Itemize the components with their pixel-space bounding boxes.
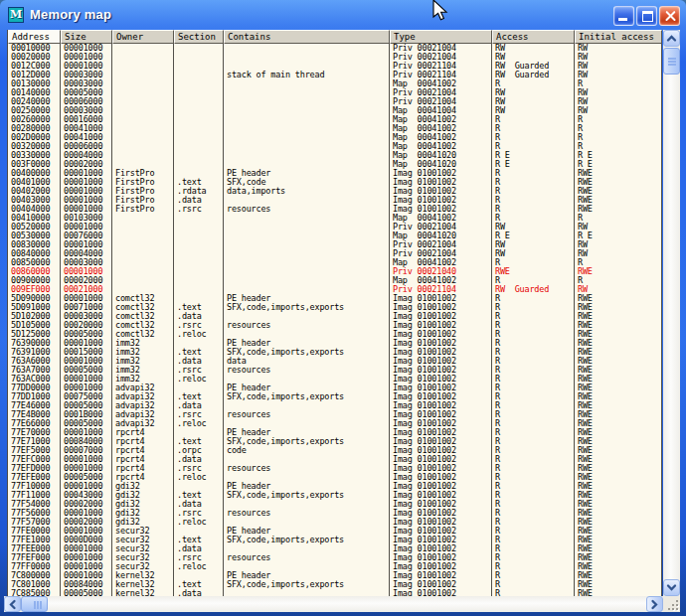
memory-row-5D090000[interactable]: 5D09000000001000comctl32PE headerImag 01… (8, 294, 662, 303)
memory-row-00530000[interactable]: 0053000000076000Map 00041020R ER E (8, 231, 662, 240)
memory-row-763A7000[interactable]: 763A700000005000imm32.rsrcresourcesImag … (8, 366, 662, 375)
cell-access: R (492, 375, 575, 384)
cell-size: 00001000 (61, 571, 112, 580)
h-scroll-left-button[interactable] (4, 596, 21, 612)
horizontal-scrollbar[interactable] (4, 596, 663, 612)
memory-row-00280000[interactable]: 0028000000041000Map 00041002RR (8, 124, 662, 133)
v-scroll-up-button[interactable] (663, 30, 680, 47)
memory-row-003F0000[interactable]: 003F000000002000Map 00041020R ER E (8, 160, 662, 169)
memory-row-00830000[interactable]: 0083000000001000Priv 00021004RWRW (8, 240, 662, 249)
memory-row-7C885000[interactable]: 7C88500000005000kernel32.dataImag 010010… (8, 589, 662, 596)
memory-row-77DD1000[interactable]: 77DD100000075000advapi32.textSFX,code,im… (8, 392, 662, 401)
memory-row-77FE0000[interactable]: 77FE000000001000secur32PE headerImag 010… (8, 527, 662, 536)
cell-contains (224, 151, 390, 160)
titlebar[interactable]: M Memory map (0, 0, 686, 30)
memory-row-77E71000[interactable]: 77E7100000084000rpcrt4.textSFX,code,impo… (8, 437, 662, 446)
memory-row-00260000[interactable]: 0026000000016000Map 00041002RR (8, 115, 662, 124)
cell-initial-access: R (575, 142, 662, 151)
memory-row-5D102000[interactable]: 5D10200000003000comctl32.dataImag 010010… (8, 312, 662, 321)
cell-section (174, 249, 224, 258)
memory-row-763AC000[interactable]: 763AC00000001000imm32.relocImag 01001002… (8, 375, 662, 384)
memory-row-76390000[interactable]: 7639000000001000imm32PE headerImag 01001… (8, 339, 662, 348)
memory-row-763A6000[interactable]: 763A600000001000imm32.datadataImag 01001… (8, 357, 662, 366)
column-header-section[interactable]: Section (174, 30, 224, 44)
cell-size: 00002000 (61, 518, 112, 527)
memory-row-00410000[interactable]: 0041000000103000Map 00041002RR (8, 214, 662, 223)
memory-row-00900000[interactable]: 0090000000002000Map 00041002RR (8, 276, 662, 285)
memory-row-00020000[interactable]: 0002000000001000Priv 00021004RWRW (8, 53, 662, 62)
memory-row-00130000[interactable]: 0013000000003000Map 00041002RR (8, 79, 662, 88)
memory-row-77F10000[interactable]: 77F1000000001000gdi32PE headerImag 01001… (8, 482, 662, 491)
h-scroll-thumb[interactable] (21, 596, 48, 612)
cell-access: R (492, 410, 575, 419)
memory-row-00140000[interactable]: 0014000000005000Priv 00021004RWRW (8, 88, 662, 97)
v-scroll-down-button[interactable] (663, 579, 680, 596)
memory-row-77E66000[interactable]: 77E6600000005000advapi32.relocImag 01001… (8, 419, 662, 428)
cell-access: R (492, 214, 575, 223)
cell-contains: PE header (224, 384, 390, 392)
cell-size: 00001000 (61, 196, 112, 205)
memory-row-00320000[interactable]: 0032000000006000Map 00041002RR (8, 142, 662, 151)
column-header-initial-access[interactable]: Initial access (575, 30, 662, 44)
memory-row-5D091000[interactable]: 5D09100000071000comctl32.textSFX,code,im… (8, 303, 662, 312)
memory-row-009EF000[interactable]: 009EF00000021000Priv 00021104RW GuardedR… (8, 285, 662, 294)
cell-contains: PE header (224, 428, 390, 437)
memory-row-00404000[interactable]: 0040400000001000FirstPro.rsrcresourcesIm… (8, 205, 662, 214)
memory-row-7C801000[interactable]: 7C80100000084000kernel32.textSFX,code,im… (8, 580, 662, 589)
memory-row-00520000[interactable]: 0052000000001000Priv 00021004RWRW (8, 223, 662, 231)
memory-row-0012C000[interactable]: 0012C00000001000Priv 00021104RW GuardedR… (8, 62, 662, 71)
cell-access: R (492, 536, 575, 544)
memory-row-5D105000[interactable]: 5D10500000020000comctl32.rsrcresourcesIm… (8, 321, 662, 330)
memory-row-00400000[interactable]: 0040000000001000FirstProPE headerImag 01… (8, 169, 662, 178)
memory-row-00250000[interactable]: 0025000000003000Map 00041004RWRW (8, 106, 662, 115)
memory-row-7C800000[interactable]: 7C80000000001000kernel32PE headerImag 01… (8, 571, 662, 580)
column-header-access[interactable]: Access (492, 30, 575, 44)
memory-row-00840000[interactable]: 0084000000004000Priv 00021004RWRW (8, 249, 662, 258)
memory-row-77E4B000[interactable]: 77E4B0000001B000advapi32.rsrcresourcesIm… (8, 410, 662, 419)
cell-address: 77E46000 (8, 401, 61, 410)
memory-row-77E46000[interactable]: 77E4600000005000advapi32.dataImag 010010… (8, 401, 662, 410)
memory-row-00860000[interactable]: 0086000000001000Priv 00021040RWERWE (8, 267, 662, 276)
column-header-owner[interactable]: Owner (112, 30, 174, 44)
memory-row-77FE1000[interactable]: 77FE10000000D000secur32.textSFX,code,imp… (8, 536, 662, 544)
memory-row-77F54000[interactable]: 77F5400000002000gdi32.dataImag 01001002R… (8, 500, 662, 509)
memory-row-77FF0000[interactable]: 77FF000000001000secur32.relocImag 010010… (8, 562, 662, 571)
maximize-button[interactable] (636, 6, 657, 26)
memory-row-00403000[interactable]: 0040300000001000FirstPro.dataImag 010010… (8, 196, 662, 205)
cell-size: 00003000 (61, 106, 112, 115)
memory-row-77E70000[interactable]: 77E7000000001000rpcrt4PE headerImag 0100… (8, 428, 662, 437)
memory-row-77EFD000[interactable]: 77EFD00000001000rpcrt4.rsrcresourcesImag… (8, 464, 662, 473)
memory-row-77F57000[interactable]: 77F5700000002000gdi32.relocImag 01001002… (8, 518, 662, 527)
memory-row-77EF5000[interactable]: 77EF500000007000rpcrt4.orpccodeImag 0100… (8, 446, 662, 455)
vertical-scrollbar[interactable] (663, 30, 680, 596)
memory-row-00401000[interactable]: 0040100000001000FirstPro.textSFX,codeIma… (8, 178, 662, 187)
column-header-contains[interactable]: Contains (224, 30, 390, 44)
cell-access: R (492, 500, 575, 509)
v-scroll-thumb[interactable] (663, 48, 680, 75)
column-header-size[interactable]: Size (61, 30, 112, 44)
memory-row-76391000[interactable]: 7639100000015000imm32.textSFX,code,impor… (8, 348, 662, 357)
h-scroll-right-button[interactable] (646, 596, 663, 612)
resize-grip-icon[interactable] (676, 608, 678, 610)
memory-row-77DD0000[interactable]: 77DD000000001000advapi32PE headerImag 01… (8, 384, 662, 392)
close-button[interactable] (659, 6, 680, 26)
memory-row-0012D000[interactable]: 0012D00000003000stack of main threadPriv… (8, 71, 662, 79)
memory-row-77EFC000[interactable]: 77EFC00000001000rpcrt4.dataImag 01001002… (8, 455, 662, 464)
minimize-button[interactable] (613, 6, 634, 26)
memory-row-77F56000[interactable]: 77F5600000001000gdi32.rsrcresourcesImag … (8, 509, 662, 518)
memory-row-77F11000[interactable]: 77F1100000043000gdi32.textSFX,code,impor… (8, 491, 662, 500)
memory-row-00010000[interactable]: 0001000000001000Priv 00021004RWRW (8, 44, 662, 53)
memory-row-77FEE000[interactable]: 77FEE00000001000secur32.dataImag 0100100… (8, 544, 662, 553)
memory-row-00402000[interactable]: 0040200000001000FirstPro.rdatadata,impor… (8, 187, 662, 196)
column-header-type[interactable]: Type (390, 30, 492, 44)
memory-row-00850000[interactable]: 0085000000003000Map 00041002RR (8, 258, 662, 267)
cell-owner: imm32 (112, 348, 174, 357)
cell-address: 77DD1000 (8, 392, 61, 401)
memory-row-77FEF000[interactable]: 77FEF00000001000secur32.rsrcresourcesIma… (8, 553, 662, 562)
memory-row-00240000[interactable]: 0024000000006000Priv 00021004RWRW (8, 97, 662, 106)
memory-row-5D125000[interactable]: 5D12500000005000comctl32.relocImag 01001… (8, 330, 662, 339)
column-header-address[interactable]: Address (8, 30, 61, 44)
memory-row-002D0000[interactable]: 002D000000041000Map 00041002RR (8, 133, 662, 142)
memory-row-77EFE000[interactable]: 77EFE00000005000rpcrt4.relocImag 0100100… (8, 473, 662, 482)
memory-row-00330000[interactable]: 0033000000004000Map 00041020R ER E (8, 151, 662, 160)
